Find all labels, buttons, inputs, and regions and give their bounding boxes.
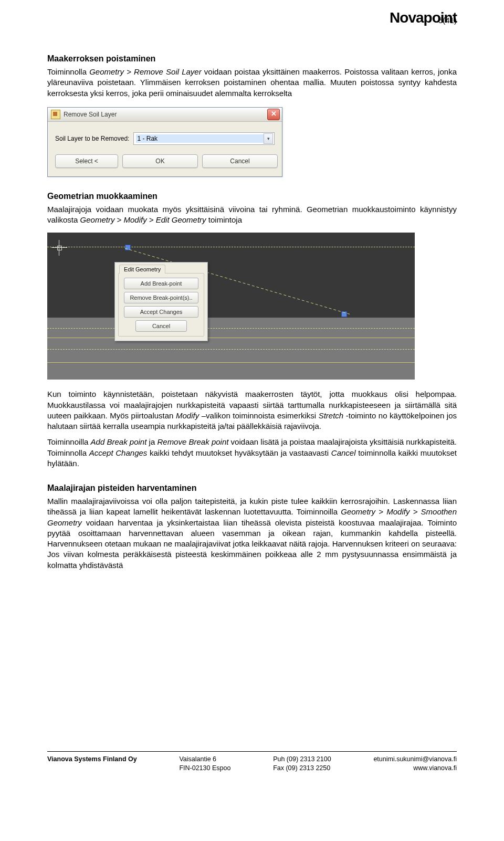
- dialog-titlebar: Remove Soil Layer ✕: [48, 108, 282, 122]
- section3-title: Maalajirajan pisteiden harventaminen: [47, 483, 457, 493]
- cancel-button[interactable]: Cancel: [202, 154, 278, 168]
- edit-geometry-tab[interactable]: Edit Geometry: [119, 265, 165, 274]
- add-break-point-button[interactable]: Add Break-point: [124, 278, 198, 289]
- footer-phone: Puh (09) 2313 2100 Fax (09) 2313 2250: [273, 755, 331, 773]
- dialog-icon: [51, 110, 60, 119]
- ok-button[interactable]: OK: [122, 154, 198, 168]
- section2-para3: Toiminnoilla Add Break point ja Remove B…: [47, 437, 457, 469]
- select-button[interactable]: Select <: [55, 154, 118, 168]
- edit-geometry-dialog: Edit Geometry Add Break-point Remove Bre…: [114, 262, 208, 341]
- soil-layer-combo[interactable]: 1 - Rak ▾: [133, 132, 275, 145]
- footer-email: etunimi.sukunimi@vianova.fi www.vianova.…: [373, 755, 457, 773]
- section1-title: Maakerroksen poistaminen: [47, 54, 457, 64]
- header-right: 5(41) Novapoint: [390, 9, 457, 26]
- cad-screenshot: Edit Geometry Add Break-point Remove Bre…: [47, 233, 415, 380]
- footer: Vianova Systems Finland Oy Vaisalantie 6…: [47, 751, 457, 773]
- accept-changes-button[interactable]: Accept Changes: [124, 306, 198, 318]
- soil-layer-label: Soil Layer to be Removed:: [55, 135, 129, 142]
- close-icon[interactable]: ✕: [267, 109, 280, 120]
- crosshair-cursor-icon: [51, 240, 67, 256]
- section2-para1: Maalajirajoja voidaan muokata myös yksit…: [47, 204, 457, 226]
- footer-address: Vaisalantie 6 FIN-02130 Espoo: [179, 755, 230, 773]
- remove-break-point-button[interactable]: Remove Break-point(s)..: [124, 292, 198, 303]
- page-number: 5(41): [438, 16, 457, 25]
- section2-para2: Kun toiminto käynnistetään, poistetaan n…: [47, 389, 457, 432]
- chevron-down-icon[interactable]: ▾: [264, 133, 273, 144]
- combo-value: 1 - Rak: [136, 134, 264, 143]
- section2-title: Geometrian muokkaaminen: [47, 192, 457, 201]
- footer-company: Vianova Systems Finland Oy: [47, 755, 137, 773]
- remove-soil-layer-dialog: Remove Soil Layer ✕ Soil Layer to be Rem…: [47, 107, 282, 177]
- section1-para: Toiminnolla Geometry > Remove Soil Layer…: [47, 67, 457, 99]
- dialog-title: Remove Soil Layer: [64, 111, 267, 118]
- cancel-edit-button[interactable]: Cancel: [135, 320, 187, 332]
- section3-para: Mallin maalajirajaviivoissa voi olla pal…: [47, 496, 457, 571]
